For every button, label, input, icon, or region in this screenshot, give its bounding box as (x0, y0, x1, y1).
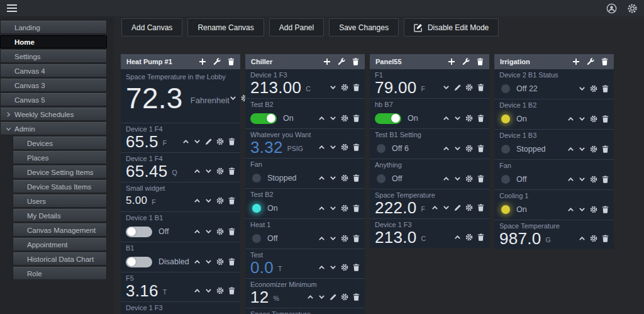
toggle-switch[interactable] (126, 227, 152, 237)
trash-icon[interactable] (228, 197, 235, 205)
toggle-switch[interactable] (250, 113, 277, 124)
gear-icon[interactable] (465, 84, 473, 91)
trash-icon[interactable] (602, 115, 609, 123)
sidebar-item-admin[interactable]: Admin (0, 122, 107, 135)
trash-icon[interactable] (602, 85, 609, 93)
trash-icon[interactable] (477, 115, 484, 122)
chevron-down-icon[interactable] (230, 95, 236, 101)
gear-icon[interactable] (590, 235, 597, 242)
wrench-icon[interactable] (587, 58, 594, 65)
chevron-up-icon[interactable] (443, 176, 450, 182)
chevron-down-icon[interactable] (579, 206, 586, 213)
sidebar-item-my-details[interactable]: My Details (13, 209, 107, 222)
trash-icon[interactable] (602, 206, 609, 213)
sidebar-item-users[interactable]: Users (13, 194, 107, 208)
sidebar-item-appointment[interactable]: Appointment (13, 238, 107, 251)
chevron-up-icon[interactable] (443, 115, 450, 121)
plus-icon[interactable] (448, 58, 455, 65)
chevron-down-icon[interactable] (205, 228, 212, 235)
chevron-down-icon[interactable] (318, 294, 325, 300)
gear-icon[interactable] (216, 138, 224, 145)
chevron-up-icon[interactable] (318, 175, 325, 181)
gear-icon[interactable] (465, 233, 473, 241)
add-canvas-button[interactable]: Add Canvas (121, 18, 182, 36)
gear-icon[interactable] (465, 145, 473, 152)
settings-gear-icon[interactable] (627, 3, 638, 14)
trash-icon[interactable] (353, 264, 360, 271)
chevron-down-icon[interactable] (205, 259, 212, 265)
gear-icon[interactable] (216, 197, 224, 205)
chevron-down-icon[interactable] (330, 264, 336, 271)
wrench-icon[interactable] (338, 58, 345, 65)
gear-icon[interactable] (590, 115, 597, 123)
chevron-up-icon[interactable] (567, 146, 574, 152)
rename-canvas-button[interactable]: Rename Canvas (187, 18, 264, 36)
chevron-up-icon[interactable] (318, 144, 325, 150)
trash-icon[interactable] (477, 175, 484, 182)
chevron-down-icon[interactable] (330, 235, 336, 242)
gear-icon[interactable] (216, 258, 224, 266)
trash-icon[interactable] (353, 293, 360, 301)
chevron-down-icon[interactable] (579, 86, 586, 92)
chevron-up-icon[interactable] (443, 145, 450, 152)
trash-icon[interactable] (353, 205, 360, 212)
trash-icon[interactable] (228, 58, 235, 65)
gear-icon[interactable] (590, 145, 597, 153)
sidebar-item-home[interactable]: Home (0, 35, 107, 48)
sidebar-item-devices[interactable]: Devices (13, 137, 107, 150)
chevron-up-icon[interactable] (182, 138, 189, 145)
sidebar-item-historical-data-chart[interactable]: Historical Data Chart (13, 252, 107, 266)
chevron-down-icon[interactable] (330, 205, 336, 211)
trash-icon[interactable] (352, 58, 359, 65)
chevron-up-icon[interactable] (318, 264, 325, 271)
sidebar-item-device-setting-items[interactable]: Device Setting Items (13, 165, 107, 179)
trash-icon[interactable] (228, 167, 235, 175)
trash-icon[interactable] (353, 115, 360, 122)
sidebar-item-canvas-management[interactable]: Canvas Management (13, 223, 107, 237)
hamburger-menu-icon[interactable] (6, 4, 18, 13)
trash-icon[interactable] (477, 233, 484, 241)
chevron-down-icon[interactable] (330, 115, 336, 121)
sidebar-item-device-status-items[interactable]: Device Status Items (13, 180, 107, 193)
trash-icon[interactable] (477, 145, 484, 152)
gear-icon[interactable] (590, 176, 597, 183)
chevron-down-icon[interactable] (454, 145, 461, 152)
trash-icon[interactable] (353, 143, 360, 151)
sidebar-item-canvas-4[interactable]: Canvas 4 (0, 64, 107, 77)
plus-icon[interactable] (572, 58, 580, 65)
toggle-switch[interactable] (126, 257, 152, 267)
trash-icon[interactable] (228, 258, 235, 266)
gear-icon[interactable] (341, 143, 348, 151)
trash-icon[interactable] (477, 58, 484, 65)
gear-icon[interactable] (465, 204, 473, 211)
chevron-down-icon[interactable] (205, 168, 212, 174)
chevron-down-icon[interactable] (579, 146, 586, 152)
chevron-up-icon[interactable] (194, 288, 201, 294)
trash-icon[interactable] (602, 176, 609, 183)
plus-icon[interactable] (199, 58, 206, 65)
gear-icon[interactable] (465, 115, 473, 122)
gear-icon[interactable] (341, 115, 348, 122)
trash-icon[interactable] (477, 84, 484, 91)
pencil-icon[interactable] (454, 84, 461, 91)
gear-icon[interactable] (465, 175, 473, 182)
chevron-down-icon[interactable] (443, 84, 450, 91)
sidebar-item-landing[interactable]: Landing (0, 21, 107, 34)
sidebar-item-canvas-3[interactable]: Canvas 3 (0, 79, 107, 92)
trash-icon[interactable] (353, 174, 360, 182)
chevron-down-icon[interactable] (194, 138, 201, 145)
gear-icon[interactable] (590, 206, 597, 213)
chevron-up-icon[interactable] (431, 205, 438, 211)
trash-icon[interactable] (602, 235, 609, 242)
trash-icon[interactable] (477, 204, 484, 211)
chevron-up-icon[interactable] (194, 198, 201, 204)
chevron-down-icon[interactable] (205, 288, 212, 294)
chevron-up-icon[interactable] (567, 206, 574, 213)
chevron-down-icon[interactable] (330, 175, 336, 181)
gear-icon[interactable] (341, 264, 348, 271)
chevron-up-icon[interactable] (579, 235, 586, 242)
sidebar-item-weekly-schedules[interactable]: Weekly Schedules (0, 108, 107, 121)
sidebar-item-canvas-5[interactable]: Canvas 5 (0, 93, 107, 106)
user-icon[interactable] (606, 3, 617, 14)
trash-icon[interactable] (353, 84, 360, 91)
